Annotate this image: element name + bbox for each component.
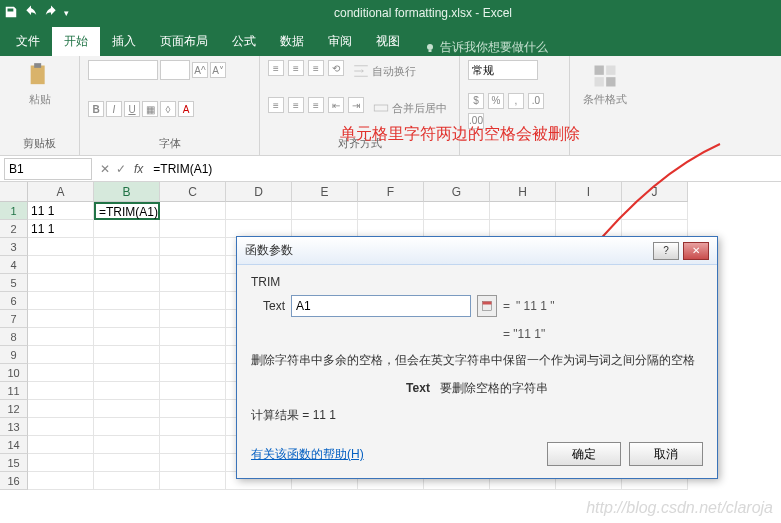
inc-decimal-icon[interactable]: .0 xyxy=(528,93,544,109)
cell-B3[interactable] xyxy=(94,238,160,256)
increase-font-icon[interactable]: A^ xyxy=(192,62,208,78)
row-header-4[interactable]: 4 xyxy=(0,256,28,274)
col-header-H[interactable]: H xyxy=(490,182,556,202)
cell-F1[interactable] xyxy=(358,202,424,220)
function-help-link[interactable]: 有关该函数的帮助(H) xyxy=(251,446,364,463)
tab-insert[interactable]: 插入 xyxy=(100,27,148,56)
cell-B9[interactable] xyxy=(94,346,160,364)
name-box[interactable] xyxy=(4,158,92,180)
cell-A11[interactable] xyxy=(28,382,94,400)
cancel-formula-icon[interactable]: ✕ xyxy=(100,162,110,176)
cell-A14[interactable] xyxy=(28,436,94,454)
cell-A12[interactable] xyxy=(28,400,94,418)
row-header-6[interactable]: 6 xyxy=(0,292,28,310)
bold-button[interactable]: B xyxy=(88,101,104,117)
cell-A7[interactable] xyxy=(28,310,94,328)
cell-B16[interactable] xyxy=(94,472,160,490)
cell-C4[interactable] xyxy=(160,256,226,274)
row-header-16[interactable]: 16 xyxy=(0,472,28,490)
cell-I1[interactable] xyxy=(556,202,622,220)
align-mid-icon[interactable]: ≡ xyxy=(288,60,304,76)
cell-C3[interactable] xyxy=(160,238,226,256)
align-left-icon[interactable]: ≡ xyxy=(268,97,284,113)
cell-C5[interactable] xyxy=(160,274,226,292)
cell-A16[interactable] xyxy=(28,472,94,490)
undo-icon[interactable] xyxy=(24,5,38,22)
cell-B8[interactable] xyxy=(94,328,160,346)
cell-J1[interactable] xyxy=(622,202,688,220)
align-center-icon[interactable]: ≡ xyxy=(288,97,304,113)
cell-B15[interactable] xyxy=(94,454,160,472)
tell-me-search[interactable]: 告诉我你想要做什么 xyxy=(424,39,548,56)
cell-C16[interactable] xyxy=(160,472,226,490)
cell-C7[interactable] xyxy=(160,310,226,328)
col-header-J[interactable]: J xyxy=(622,182,688,202)
row-header-11[interactable]: 11 xyxy=(0,382,28,400)
cell-G1[interactable] xyxy=(424,202,490,220)
tab-formulas[interactable]: 公式 xyxy=(220,27,268,56)
cancel-button[interactable]: 取消 xyxy=(629,442,703,466)
align-right-icon[interactable]: ≡ xyxy=(308,97,324,113)
font-name-input[interactable] xyxy=(88,60,158,80)
col-header-B[interactable]: B xyxy=(94,182,160,202)
cell-C2[interactable] xyxy=(160,220,226,238)
cell-B4[interactable] xyxy=(94,256,160,274)
cell-H1[interactable] xyxy=(490,202,556,220)
currency-icon[interactable]: $ xyxy=(468,93,484,109)
cell-A4[interactable] xyxy=(28,256,94,274)
col-header-I[interactable]: I xyxy=(556,182,622,202)
row-header-2[interactable]: 2 xyxy=(0,220,28,238)
border-button[interactable]: ▦ xyxy=(142,101,158,117)
percent-icon[interactable]: % xyxy=(488,93,504,109)
cell-A5[interactable] xyxy=(28,274,94,292)
cell-C1[interactable] xyxy=(160,202,226,220)
indent-dec-icon[interactable]: ⇤ xyxy=(328,97,344,113)
save-icon[interactable] xyxy=(4,5,18,22)
row-header-3[interactable]: 3 xyxy=(0,238,28,256)
tab-layout[interactable]: 页面布局 xyxy=(148,27,220,56)
fx-icon[interactable]: fx xyxy=(134,162,143,176)
cell-C6[interactable] xyxy=(160,292,226,310)
cell-A8[interactable] xyxy=(28,328,94,346)
col-header-A[interactable]: A xyxy=(28,182,94,202)
redo-icon[interactable] xyxy=(44,5,58,22)
cell-B10[interactable] xyxy=(94,364,160,382)
dialog-help-icon[interactable]: ? xyxy=(653,242,679,260)
align-bot-icon[interactable]: ≡ xyxy=(308,60,324,76)
col-header-E[interactable]: E xyxy=(292,182,358,202)
cell-C9[interactable] xyxy=(160,346,226,364)
select-all-corner[interactable] xyxy=(0,182,28,202)
cell-B5[interactable] xyxy=(94,274,160,292)
col-header-D[interactable]: D xyxy=(226,182,292,202)
cell-A1[interactable]: 11 1 xyxy=(28,202,94,220)
cell-A3[interactable] xyxy=(28,238,94,256)
tab-home[interactable]: 开始 xyxy=(52,27,100,56)
indent-inc-icon[interactable]: ⇥ xyxy=(348,97,364,113)
col-header-C[interactable]: C xyxy=(160,182,226,202)
underline-button[interactable]: U xyxy=(124,101,140,117)
cell-D1[interactable] xyxy=(226,202,292,220)
cell-C15[interactable] xyxy=(160,454,226,472)
cell-C12[interactable] xyxy=(160,400,226,418)
cell-E1[interactable] xyxy=(292,202,358,220)
cell-B11[interactable] xyxy=(94,382,160,400)
cell-A10[interactable] xyxy=(28,364,94,382)
fill-color-button[interactable]: ◊ xyxy=(160,101,176,117)
align-top-icon[interactable]: ≡ xyxy=(268,60,284,76)
row-header-10[interactable]: 10 xyxy=(0,364,28,382)
row-header-1[interactable]: 1 xyxy=(0,202,28,220)
collapse-dialog-icon[interactable] xyxy=(477,295,497,317)
cell-A13[interactable] xyxy=(28,418,94,436)
cell-C10[interactable] xyxy=(160,364,226,382)
cell-A6[interactable] xyxy=(28,292,94,310)
row-header-9[interactable]: 9 xyxy=(0,346,28,364)
row-header-8[interactable]: 8 xyxy=(0,328,28,346)
col-header-F[interactable]: F xyxy=(358,182,424,202)
cell-C13[interactable] xyxy=(160,418,226,436)
formula-input[interactable] xyxy=(149,158,781,180)
cell-B1[interactable]: =TRIM(A1) xyxy=(94,202,160,220)
tab-review[interactable]: 审阅 xyxy=(316,27,364,56)
row-header-7[interactable]: 7 xyxy=(0,310,28,328)
tab-data[interactable]: 数据 xyxy=(268,27,316,56)
conditional-format-button[interactable]: 条件格式 xyxy=(578,60,632,109)
